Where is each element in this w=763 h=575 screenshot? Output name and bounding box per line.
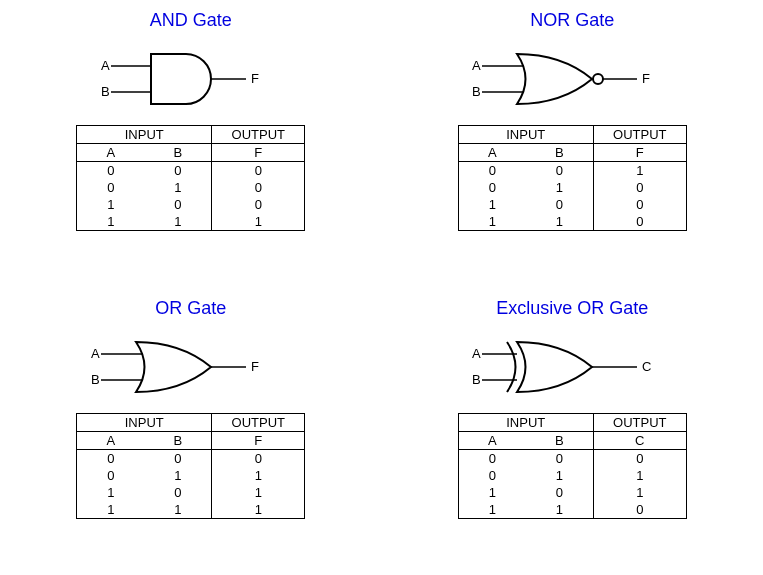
and-gate-symbol: A B F [91, 39, 291, 119]
truth-table-nor: INPUTOUTPUT ABF 001010100110 [458, 125, 687, 231]
output-label: F [251, 359, 259, 374]
nor-gate-symbol: A B F [462, 39, 682, 119]
table-row: 101 [458, 484, 686, 501]
gate-title: NOR Gate [530, 10, 614, 31]
inverter-bubble-icon [593, 74, 603, 84]
table-row: 001 [458, 162, 686, 180]
input-b-label: B [91, 372, 100, 387]
output-label: F [642, 71, 650, 86]
output-label: F [251, 71, 259, 86]
truth-table-or: INPUTOUTPUT ABF 000011101111 [76, 413, 305, 519]
input-b-label: B [472, 372, 481, 387]
input-a-label: A [472, 58, 481, 73]
gate-or: OR Gate A B F INPUTOUTPUT ABF 0000111011… [0, 288, 382, 576]
gate-title: Exclusive OR Gate [496, 298, 648, 319]
gate-and: AND Gate A B F INPUTOUTPUT ABF 000010100… [0, 0, 382, 288]
table-row: 000 [77, 162, 305, 180]
gate-title: AND Gate [150, 10, 232, 31]
table-row: 011 [77, 467, 305, 484]
table-row: 100 [458, 196, 686, 213]
xor-gate-symbol: A B C [462, 327, 682, 407]
truth-table-xor: INPUTOUTPUT ABC 000011101110 [458, 413, 687, 519]
input-a-label: A [91, 346, 100, 361]
table-row: 011 [458, 467, 686, 484]
gate-nor: NOR Gate A B F INPUTOUTPUT ABF 001010100… [382, 0, 764, 288]
table-row: 000 [77, 449, 305, 467]
table-row: 010 [458, 179, 686, 196]
table-row: 101 [77, 484, 305, 501]
table-row: 111 [77, 213, 305, 231]
or-gate-symbol: A B F [81, 327, 301, 407]
table-row: 111 [77, 501, 305, 519]
table-row: 010 [77, 179, 305, 196]
table-row: 100 [77, 196, 305, 213]
gate-title: OR Gate [155, 298, 226, 319]
input-a-label: A [472, 346, 481, 361]
gate-xor: Exclusive OR Gate A B C INPUTOUTPUT ABC … [382, 288, 764, 576]
input-a-label: A [101, 58, 110, 73]
input-b-label: B [101, 84, 110, 99]
input-b-label: B [472, 84, 481, 99]
table-row: 110 [458, 501, 686, 519]
table-row: 000 [458, 449, 686, 467]
truth-table-and: INPUTOUTPUT ABF 000010100111 [76, 125, 305, 231]
table-row: 110 [458, 213, 686, 231]
output-label: C [642, 359, 651, 374]
